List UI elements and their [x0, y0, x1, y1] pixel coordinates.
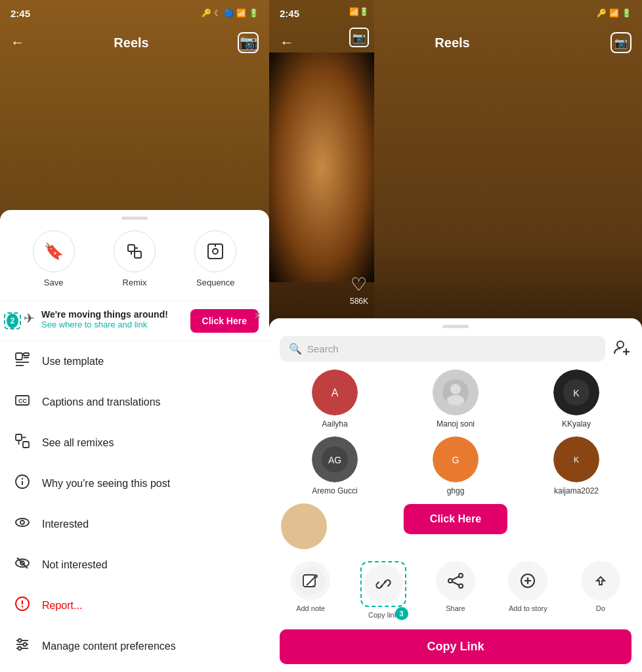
quick-actions-row: 🔖 Save Remix — [0, 230, 269, 301]
bottom-sheet-left: 🔖 Save Remix — [0, 210, 269, 672]
save-action[interactable]: 🔖 Save — [33, 230, 75, 287]
svg-point-42 — [617, 341, 624, 348]
search-row: 🔍 Search — [280, 336, 631, 362]
search-box[interactable]: 🔍 Search — [280, 336, 605, 362]
svg-point-63 — [459, 574, 463, 578]
banner-notice: ✈ We're moving things around! See where … — [0, 301, 269, 341]
do-more-circle — [581, 561, 620, 600]
see-all-remixes-icon — [13, 433, 32, 453]
copy-link-label: Copy link — [368, 611, 398, 619]
remix-action[interactable]: Remix — [114, 230, 156, 287]
avatar-ghgg: G — [433, 436, 479, 482]
contact-aremo[interactable]: AG Aremo Gucci — [305, 436, 364, 495]
svg-point-20 — [22, 478, 23, 479]
svg-line-61 — [381, 581, 386, 587]
share-action-item[interactable]: Share — [432, 561, 479, 619]
left-panel: 2:45 🔑 ☾ 🔵 📶 🔋 ← Reels 📷 🔖 Save — [0, 0, 269, 672]
svg-point-22 — [20, 520, 24, 524]
food-image — [269, 52, 374, 282]
banner-icon: ✈ — [24, 310, 35, 326]
add-note-label: Add note — [296, 604, 325, 612]
click-here-button-left[interactable]: Click Here — [190, 309, 259, 333]
use-template-icon — [13, 352, 32, 371]
svg-text:CC: CC — [18, 398, 27, 404]
see-all-remixes-item[interactable]: See all remixes — [0, 423, 269, 463]
copy-link-dashed: 3 — [360, 561, 406, 607]
back-button-left[interactable]: ← — [11, 34, 25, 51]
svg-point-34 — [18, 647, 22, 650]
add-note-action[interactable]: Add note — [287, 561, 334, 619]
status-time-left: 2:45 — [11, 8, 30, 19]
interested-item[interactable]: Interested — [0, 504, 269, 545]
share-handle — [442, 325, 469, 328]
svg-rect-8 — [24, 353, 29, 356]
camera-button-left[interactable]: 📷 — [238, 32, 259, 53]
svg-text:A: A — [332, 387, 339, 398]
info-icon — [13, 474, 32, 494]
svg-point-5 — [213, 249, 218, 254]
contact-name-kkyalay: KKyalay — [562, 419, 591, 429]
manage-content-label: Manage content preferences — [42, 640, 176, 652]
add-contact-icon[interactable] — [613, 338, 631, 360]
contact-name-manoj: Manoj soni — [437, 419, 475, 429]
search-icon: 🔍 — [289, 343, 302, 355]
avatar-partial — [281, 503, 327, 549]
copy-link-button[interactable]: Copy Link — [280, 629, 631, 664]
top-nav-right: ← Reels 📷 — [269, 26, 642, 59]
click-here-button-right[interactable]: Click Here — [404, 504, 507, 534]
share-sheet: 🔍 Search A — [269, 318, 642, 672]
sheet-handle — [121, 217, 148, 220]
back-button-right[interactable]: ← — [280, 34, 294, 51]
contact-manoj[interactable]: Manoj soni — [426, 369, 485, 429]
sequence-action[interactable]: Sequence — [194, 230, 236, 287]
page-title-left: Reels — [114, 35, 148, 51]
banner-close-button[interactable]: × — [254, 309, 261, 323]
svg-rect-7 — [16, 353, 22, 360]
avatar-kaijama: K — [553, 436, 599, 482]
not-interested-item[interactable]: Not interested — [0, 545, 269, 585]
contacts-grid-row1: A Aailyha Manoj soni — [269, 369, 642, 429]
contact-name-kaijama: kaijama2022 — [554, 486, 599, 495]
eye-slash-icon — [13, 555, 32, 575]
why-seeing-label: Why you're seeing this post — [42, 478, 170, 490]
save-icon-circle: 🔖 — [33, 230, 75, 272]
save-label: Save — [44, 278, 64, 287]
contact-ghgg[interactable]: G ghgg — [426, 436, 485, 495]
do-more-action[interactable]: Do — [577, 561, 624, 619]
like-action[interactable]: ♡ 586K — [350, 274, 368, 306]
use-template-item[interactable]: Use template — [0, 341, 269, 382]
add-to-story-circle — [508, 561, 547, 600]
contact-partial[interactable] — [274, 503, 333, 553]
why-seeing-item[interactable]: Why you're seeing this post — [0, 463, 269, 504]
svg-point-49 — [447, 395, 464, 406]
status-bar-left: 2:45 🔑 ☾ 🔵 📶 🔋 — [0, 0, 269, 26]
contact-aailyha[interactable]: A Aailyha — [305, 369, 364, 429]
interested-label: Interested — [42, 518, 89, 530]
report-label: Report... — [42, 600, 82, 612]
avatar-aailyha: A — [312, 369, 358, 415]
report-item[interactable]: Report... — [0, 585, 269, 626]
contact-name-aremo: Aremo Gucci — [312, 486, 357, 495]
svg-point-64 — [459, 584, 463, 588]
manage-content-item[interactable]: Manage content preferences — [0, 626, 269, 667]
add-to-story-action[interactable]: Add to story — [504, 561, 551, 619]
svg-rect-14 — [16, 434, 22, 440]
share-actions-row: Add note 3 Copy link — [269, 561, 642, 619]
contact-kaijama[interactable]: K kaijama2022 — [547, 436, 606, 495]
status-icons-right: 🔑 📶 🔋 — [597, 9, 631, 18]
avatar-kkyalay: K — [553, 369, 599, 415]
captions-item[interactable]: CC Captions and translations — [0, 382, 269, 423]
page-title-right: Reels — [435, 35, 469, 51]
camera-button-right[interactable]: 📷 — [610, 32, 631, 53]
remix-label: Remix — [123, 278, 147, 287]
status-time-right: 2:45 — [280, 8, 299, 19]
captions-icon: CC — [13, 392, 32, 412]
contact-kkyalay[interactable]: K KKyalay — [547, 369, 606, 429]
add-to-story-label: Add to story — [509, 604, 547, 612]
avatar-aremo: AG — [312, 436, 358, 482]
svg-text:AG: AG — [328, 455, 341, 465]
banner-badge: 2 — [7, 314, 18, 328]
svg-point-48 — [450, 384, 461, 394]
banner-badge-wrapper: 2 — [4, 312, 21, 329]
copy-link-action[interactable]: 3 Copy link — [360, 561, 407, 619]
